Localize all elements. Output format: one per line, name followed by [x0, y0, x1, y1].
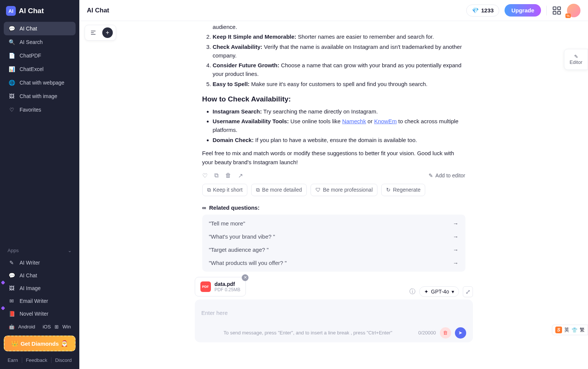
- page-title: AI Chat: [87, 7, 109, 14]
- nav-ai-search[interactable]: 🔍AI Search: [4, 35, 76, 49]
- remove-file-button[interactable]: ✕: [242, 274, 249, 281]
- suggestion-chips: ⧉ Keep it short ⧉ Be more detailed 🛡 Be …: [202, 184, 465, 196]
- app-ai-chat[interactable]: 💬AI Chat: [4, 269, 76, 282]
- link-namechk[interactable]: Namechk: [342, 118, 366, 124]
- diamond-icon: 💎: [472, 7, 479, 14]
- info-icon[interactable]: ⓘ: [409, 288, 415, 296]
- windows-icon[interactable]: ⊞: [55, 324, 59, 330]
- ime-indicator[interactable]: S 英 👕 繁: [552, 325, 588, 335]
- related-item[interactable]: "Target audience age? "→: [202, 243, 465, 256]
- chevron-down-icon: ⌄: [68, 248, 72, 253]
- attached-file[interactable]: PDF data.pdf PDF 0.25MB ✕: [195, 277, 246, 296]
- footer-discord[interactable]: Discord: [51, 357, 72, 363]
- sogou-icon: S: [555, 327, 562, 333]
- editor-panel-toggle[interactable]: ✎ Editor: [564, 49, 588, 70]
- svg-rect-2: [553, 11, 556, 14]
- svg-rect-3: [558, 11, 561, 14]
- logo: AI AI Chat: [4, 5, 76, 22]
- nav-chatpdf[interactable]: 📄ChatPDF: [4, 49, 76, 62]
- char-counter: 0/20000: [418, 330, 436, 336]
- book-icon: 📕: [8, 310, 15, 317]
- nav-chatexcel[interactable]: 📊ChatExcel: [4, 62, 76, 76]
- arrow-right-icon: →: [453, 233, 459, 240]
- arrow-right-icon: →: [453, 247, 459, 253]
- android-icon[interactable]: 🤖: [9, 324, 15, 330]
- pencil-icon: ✎: [570, 54, 582, 59]
- chat-toolbar: +: [85, 25, 116, 41]
- model-selector[interactable]: ✦ GPT-4o ▾: [419, 286, 459, 297]
- like-icon[interactable]: ♡: [202, 172, 208, 179]
- sidebar: AI AI Chat 💬AI Chat 🔍AI Search 📄ChatPDF …: [0, 0, 79, 369]
- nav-favorites[interactable]: ♡Favorites: [4, 103, 76, 116]
- svg-rect-1: [558, 7, 561, 10]
- credits-pill[interactable]: 💎1233: [466, 5, 499, 17]
- chip-more-detailed[interactable]: ⧉ Be more detailed: [251, 184, 307, 196]
- svg-rect-0: [553, 7, 556, 10]
- related-item[interactable]: "What products will you offer? "→: [202, 256, 465, 269]
- app-ai-image[interactable]: 🖼AI Image: [4, 282, 76, 295]
- section-heading: How to Check Availability:: [202, 95, 465, 103]
- new-chat-button[interactable]: +: [102, 27, 113, 38]
- apps-grid-icon[interactable]: [552, 6, 562, 15]
- image-icon: 🖼: [8, 285, 15, 292]
- writer-icon: ✎: [8, 259, 15, 266]
- platform-links: 🤖Android iOS ⊞Win: [4, 320, 76, 333]
- delete-icon[interactable]: 🗑: [225, 172, 231, 179]
- image-icon: 🖼: [8, 93, 15, 100]
- related-item[interactable]: "Tell me more"→: [202, 217, 465, 230]
- chat-icon: 💬: [8, 25, 15, 32]
- link-knowem[interactable]: KnowEm: [374, 118, 397, 124]
- webpage-icon: 🌐: [8, 79, 15, 86]
- app-ai-writer[interactable]: ✎AI Writer: [4, 256, 76, 269]
- footer-feedback[interactable]: Feedback: [22, 357, 47, 363]
- related-questions: ∞Related questions: "Tell me more"→ "Wha…: [202, 204, 465, 272]
- footer-links: Earn Feedback Discord: [4, 354, 76, 364]
- link-icon: ∞: [202, 204, 206, 211]
- app-email-writer[interactable]: ✉Email Writer: [4, 295, 76, 307]
- topbar: AI Chat 💎1233 Upgrade: [79, 0, 588, 21]
- nav-chat-image[interactable]: 🖼Chat with image: [4, 89, 76, 103]
- chip-regenerate[interactable]: ↻ Regenerate: [381, 184, 425, 196]
- add-to-editor-button[interactable]: ✎Add to editor: [429, 172, 465, 178]
- pencil-icon: ✎: [429, 172, 433, 178]
- search-icon: 🔍: [8, 39, 15, 45]
- get-diamonds-button[interactable]: 👑 Get Diamonds 🎅: [4, 336, 76, 351]
- app-novel-writer[interactable]: 📕Novel Writer: [4, 307, 76, 320]
- chat-icon: 💬: [8, 272, 15, 279]
- send-button[interactable]: ➤: [455, 327, 466, 339]
- apps-header[interactable]: Apps⌄: [4, 245, 76, 256]
- chip-keep-short[interactable]: ⧉ Keep it short: [202, 184, 248, 196]
- closing-text: Feel free to mix and match words or modi…: [202, 149, 465, 167]
- nav-chat-webpage[interactable]: 🌐Chat with webpage: [4, 76, 76, 89]
- clear-button[interactable]: 🗑: [440, 327, 451, 339]
- toggle-sidebar-icon[interactable]: [88, 27, 99, 38]
- message-input[interactable]: [202, 305, 466, 321]
- composer-hint: To send message, press "Enter", and to i…: [202, 330, 415, 336]
- assistant-message: audience. Keep It Simple and Memorable: …: [191, 23, 477, 272]
- main: AI Chat 💎1233 Upgrade + ✎ Editor audienc…: [79, 0, 588, 369]
- heart-icon: ♡: [8, 106, 15, 113]
- logo-text: AI Chat: [19, 7, 44, 15]
- composer: To send message, press "Enter", and to i…: [195, 299, 473, 342]
- related-item[interactable]: "What's your brand vibe? "→: [202, 230, 465, 243]
- composer-area: PDF data.pdf PDF 0.25MB ✕ ⓘ ✦ GPT-4o ▾ ⤢: [183, 277, 484, 342]
- pdf-icon: 📄: [8, 52, 15, 59]
- arrow-right-icon: →: [453, 260, 459, 266]
- chat-content: audience. Keep It Simple and Memorable: …: [79, 21, 588, 369]
- arrow-right-icon: →: [453, 220, 459, 227]
- email-icon: ✉: [8, 298, 15, 304]
- upgrade-button[interactable]: Upgrade: [505, 4, 541, 17]
- avatar[interactable]: [567, 4, 580, 17]
- chip-more-professional[interactable]: 🛡 Be more professional: [311, 184, 377, 196]
- copy-icon[interactable]: ⧉: [214, 172, 218, 179]
- share-icon[interactable]: ↗: [238, 172, 243, 179]
- message-actions: ♡ ⧉ 🗑 ↗ ✎Add to editor: [202, 172, 465, 179]
- nav-ai-chat[interactable]: 💬AI Chat: [4, 22, 76, 35]
- excel-icon: 📊: [8, 66, 15, 73]
- logo-icon: AI: [6, 6, 16, 16]
- expand-icon[interactable]: ⤢: [463, 286, 473, 297]
- footer-earn[interactable]: Earn: [8, 357, 18, 363]
- pdf-file-icon: PDF: [200, 281, 211, 292]
